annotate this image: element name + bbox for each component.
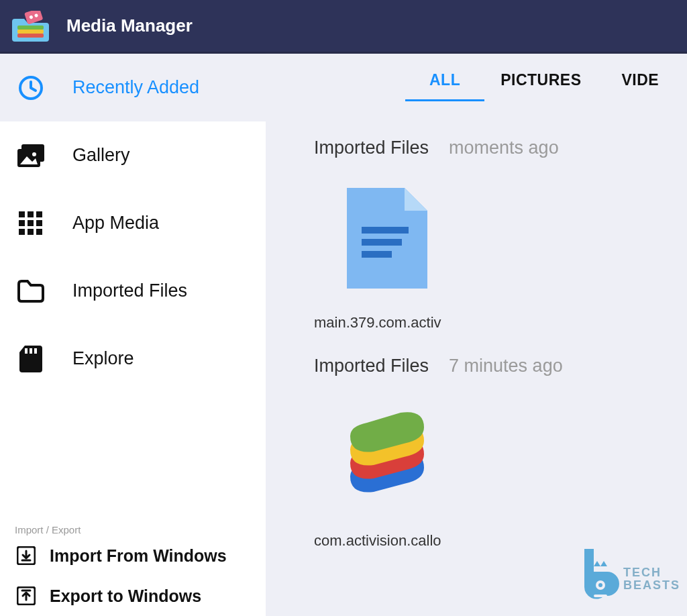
svg-rect-14 <box>19 220 25 226</box>
sidebar-item-label: Gallery <box>72 145 130 166</box>
svg-rect-30 <box>362 239 402 246</box>
image-folder-icon <box>16 144 46 167</box>
svg-rect-13 <box>36 211 42 217</box>
watermark-icon <box>578 549 619 609</box>
action-label: Import From Windows <box>50 546 227 566</box>
svg-rect-34 <box>594 595 607 597</box>
sdcard-icon <box>16 346 46 372</box>
watermark-text-2: BEASTS <box>623 579 680 592</box>
svg-rect-2 <box>17 34 44 38</box>
svg-rect-21 <box>30 348 32 354</box>
main-panel: ALL PICTURES VIDE Imported Files moments… <box>266 54 687 616</box>
file-group-header: Imported Files moments ago <box>314 138 687 158</box>
file-item[interactable]: main.379.com.activ <box>337 185 687 331</box>
svg-rect-17 <box>19 229 25 235</box>
app-title: Media Manager <box>66 15 193 36</box>
sidebar-item-recently-added[interactable]: Recently Added <box>0 54 266 121</box>
title-bar: Media Manager <box>0 0 687 54</box>
export-to-windows-button[interactable]: Export to Windows <box>0 576 266 616</box>
group-time: moments ago <box>449 138 559 158</box>
folder-icon <box>16 280 46 303</box>
svg-rect-12 <box>28 211 34 217</box>
file-name: main.379.com.activ <box>314 314 687 331</box>
tab-videos[interactable]: VIDE <box>622 71 659 97</box>
sidebar-item-label: Imported Files <box>72 280 187 301</box>
sidebar-item-label: App Media <box>72 213 159 234</box>
action-label: Export to Windows <box>50 586 201 606</box>
svg-rect-0 <box>17 25 44 30</box>
svg-marker-28 <box>405 188 427 211</box>
sidebar-item-label: Recently Added <box>72 77 199 98</box>
svg-rect-20 <box>25 348 28 354</box>
group-title: Imported Files <box>314 356 429 376</box>
grid-icon <box>16 211 46 236</box>
clock-icon <box>16 74 46 101</box>
file-item[interactable]: com.activision.callo <box>337 403 687 550</box>
tabs: ALL PICTURES VIDE <box>429 54 687 97</box>
sidebar-item-app-media[interactable]: App Media <box>0 189 266 257</box>
group-title: Imported Files <box>314 138 429 158</box>
app-logo-icon <box>12 11 49 42</box>
export-icon <box>15 586 38 605</box>
watermark: TECH BEASTS <box>578 549 680 609</box>
file-name: com.activision.callo <box>314 532 687 550</box>
sidebar-item-label: Explore <box>72 348 134 369</box>
svg-rect-31 <box>362 251 392 258</box>
watermark-text-1: TECH <box>623 566 680 579</box>
tab-all[interactable]: ALL <box>429 71 460 97</box>
group-time: 7 minutes ago <box>449 356 563 376</box>
import-icon <box>15 546 38 565</box>
svg-rect-29 <box>362 227 409 234</box>
svg-point-33 <box>598 583 602 587</box>
import-from-windows-button[interactable]: Import From Windows <box>0 535 266 576</box>
svg-rect-1 <box>17 30 44 34</box>
sidebar-item-explore[interactable]: Explore <box>0 325 266 393</box>
svg-point-10 <box>32 152 36 156</box>
stack-app-icon <box>337 403 437 509</box>
svg-rect-16 <box>36 220 42 226</box>
sidebar-item-gallery[interactable]: Gallery <box>0 121 266 189</box>
svg-rect-11 <box>19 211 25 217</box>
svg-rect-15 <box>28 220 34 226</box>
svg-rect-18 <box>28 229 34 235</box>
sidebar-item-imported-files[interactable]: Imported Files <box>0 257 266 325</box>
doc-file-icon <box>337 185 437 291</box>
file-group-header: Imported Files 7 minutes ago <box>314 356 687 376</box>
svg-rect-19 <box>36 229 42 235</box>
sidebar: Recently Added Gallery <box>0 54 266 616</box>
tab-pictures[interactable]: PICTURES <box>500 71 581 97</box>
sidebar-section-label: Import / Export <box>0 524 266 535</box>
svg-rect-22 <box>34 348 37 354</box>
